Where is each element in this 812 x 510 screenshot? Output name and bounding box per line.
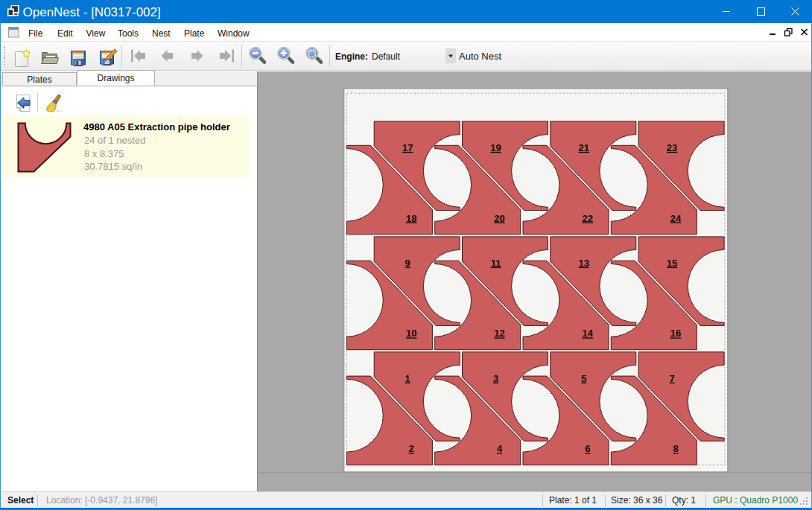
svg-text:14: 14	[583, 328, 594, 339]
svg-text:6: 6	[585, 443, 590, 454]
svg-text:17: 17	[402, 142, 413, 153]
svg-text:10: 10	[406, 328, 416, 339]
svg-text:16: 16	[670, 328, 681, 339]
svg-text:1: 1	[405, 373, 410, 384]
svg-text:24: 24	[670, 213, 682, 224]
svg-text:2: 2	[409, 443, 414, 454]
svg-text:12: 12	[494, 328, 504, 339]
svg-text:19: 19	[490, 142, 501, 153]
svg-text:18: 18	[406, 213, 416, 224]
svg-text:13: 13	[579, 258, 589, 269]
svg-text:7: 7	[669, 373, 674, 384]
svg-text:5: 5	[581, 373, 586, 384]
svg-text:4: 4	[497, 443, 503, 454]
svg-text:15: 15	[667, 258, 677, 269]
svg-text:21: 21	[579, 142, 589, 153]
svg-text:8: 8	[673, 443, 678, 454]
svg-text:9: 9	[405, 258, 410, 269]
svg-text:22: 22	[583, 213, 593, 224]
svg-text:3: 3	[493, 373, 498, 384]
svg-text:20: 20	[494, 213, 504, 224]
svg-text:11: 11	[491, 258, 501, 269]
svg-text:23: 23	[667, 142, 677, 153]
